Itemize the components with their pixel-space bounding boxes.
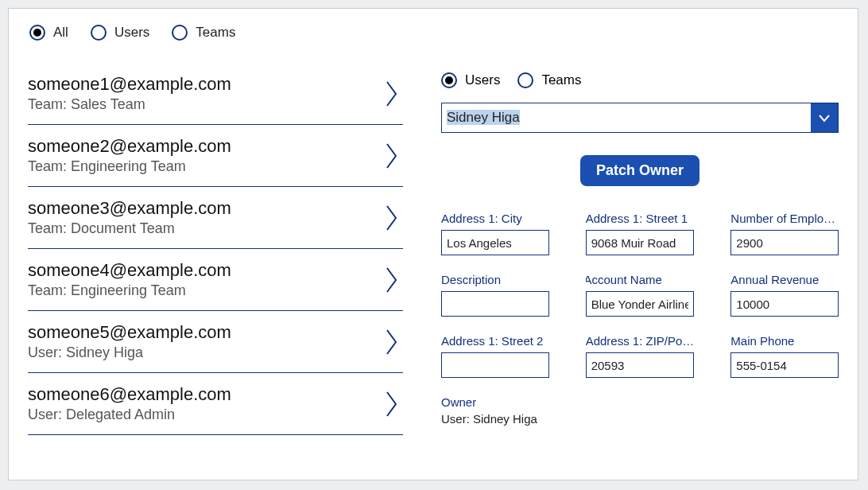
list-item-primary: someone6@example.com — [28, 384, 231, 405]
filter-row: All Users Teams — [9, 9, 858, 41]
field-label: Number of Emplo… — [730, 212, 839, 225]
radio-label: Users — [465, 72, 500, 88]
list-item-secondary: Team: Sales Team — [28, 96, 231, 113]
list-item-secondary: User: Sidney Higa — [28, 344, 231, 361]
list-item[interactable]: someone5@example.com User: Sidney Higa — [28, 311, 403, 373]
field-label: Description — [441, 273, 549, 286]
zip-input[interactable] — [586, 352, 695, 378]
patch-owner-button[interactable]: Patch Owner — [580, 155, 699, 186]
chevron-right-icon — [386, 266, 398, 294]
list-item-primary: someone2@example.com — [28, 136, 231, 157]
fields-grid: Address 1: City Address 1: Street 1 Numb… — [441, 212, 839, 378]
field-label: Main Phone — [730, 334, 839, 348]
filter-label: Teams — [196, 25, 235, 41]
owner-select-value: Sidney Higa — [442, 110, 520, 126]
chevron-right-icon — [386, 80, 398, 107]
account-input[interactable] — [586, 291, 695, 317]
field-label: Address 1: ZIP/Po… — [586, 334, 695, 348]
list-item[interactable]: someone1@example.com Team: Sales Team — [28, 63, 403, 125]
panes: someone1@example.com Team: Sales Team so… — [9, 63, 858, 480]
radio-icon — [517, 72, 533, 88]
field-account: * Account Name — [586, 273, 695, 317]
field-zip: Address 1: ZIP/Po… — [586, 334, 695, 378]
list-item-primary: someone1@example.com — [28, 74, 231, 95]
list-item-text: someone4@example.com Team: Engineering T… — [28, 260, 231, 299]
list-item-primary: someone4@example.com — [28, 260, 231, 281]
filter-radio-teams[interactable]: Teams — [172, 25, 235, 41]
field-revenue: Annual Revenue — [730, 273, 839, 317]
detail-pane: Users Teams Sidney Higa Patch Owner Add — [406, 63, 858, 480]
filter-radio-users[interactable]: Users — [91, 25, 149, 41]
list-item-text: someone5@example.com User: Sidney Higa — [28, 322, 231, 361]
chevron-right-icon — [386, 391, 398, 418]
field-label: * Account Name — [586, 273, 695, 286]
field-label: Address 1: Street 2 — [441, 334, 549, 348]
street1-input[interactable] — [586, 230, 695, 255]
list-item-secondary: Team: Document Team — [28, 220, 231, 237]
description-input[interactable] — [441, 291, 549, 317]
owner-radio-teams[interactable]: Teams — [517, 72, 581, 88]
radio-label: Teams — [541, 72, 581, 88]
chevron-right-icon — [386, 329, 398, 356]
street2-input[interactable] — [441, 352, 549, 378]
list-item-primary: someone5@example.com — [28, 322, 231, 343]
field-phone: Main Phone — [730, 334, 839, 378]
list-item[interactable]: someone4@example.com Team: Engineering T… — [28, 249, 403, 311]
field-label: Address 1: City — [441, 212, 549, 225]
employees-input[interactable] — [730, 230, 839, 255]
radio-icon — [91, 25, 107, 41]
city-input[interactable] — [441, 230, 549, 255]
radio-icon — [29, 25, 45, 41]
field-city: Address 1: City — [441, 212, 549, 255]
radio-icon — [172, 25, 188, 41]
list-item-text: someone6@example.com User: Delegated Adm… — [28, 384, 231, 423]
list-pane[interactable]: someone1@example.com Team: Sales Team so… — [9, 63, 406, 480]
owner-radio-users[interactable]: Users — [441, 72, 500, 88]
list-item-text: someone2@example.com Team: Engineering T… — [28, 136, 231, 175]
list-item-text: someone1@example.com Team: Sales Team — [28, 74, 231, 113]
field-label: Annual Revenue — [730, 273, 839, 286]
owner-type-radios: Users Teams — [441, 72, 839, 88]
field-description: Description — [441, 273, 549, 317]
list-item[interactable]: someone3@example.com Team: Document Team — [28, 187, 403, 249]
field-street2: Address 1: Street 2 — [441, 334, 549, 378]
owner-label: Owner — [441, 395, 839, 409]
list-item-secondary: User: Delegated Admin — [28, 406, 231, 423]
filter-label: All — [53, 25, 68, 41]
revenue-input[interactable] — [730, 291, 839, 317]
radio-icon — [441, 72, 457, 88]
filter-radio-all[interactable]: All — [29, 25, 68, 41]
chevron-right-icon — [386, 204, 398, 231]
phone-input[interactable] — [730, 352, 839, 378]
chevron-down-icon[interactable] — [811, 103, 838, 132]
chevron-right-icon — [386, 142, 398, 169]
owner-display: Owner User: Sidney Higa — [441, 395, 839, 426]
list-item[interactable]: someone2@example.com Team: Engineering T… — [28, 125, 403, 187]
filter-label: Users — [114, 25, 149, 41]
field-street1: Address 1: Street 1 — [586, 212, 695, 255]
list-item-secondary: Team: Engineering Team — [28, 282, 231, 299]
list-item-primary: someone3@example.com — [28, 198, 231, 219]
owner-value: User: Sidney Higa — [441, 412, 839, 426]
app-window: All Users Teams someone1@example.com Tea… — [8, 8, 858, 480]
list-item-text: someone3@example.com Team: Document Team — [28, 198, 231, 237]
list-item-secondary: Team: Engineering Team — [28, 158, 231, 175]
field-label: Address 1: Street 1 — [586, 212, 695, 225]
list-item[interactable]: someone6@example.com User: Delegated Adm… — [28, 373, 403, 435]
field-employees: Number of Emplo… — [730, 212, 839, 255]
owner-select[interactable]: Sidney Higa — [441, 103, 839, 133]
